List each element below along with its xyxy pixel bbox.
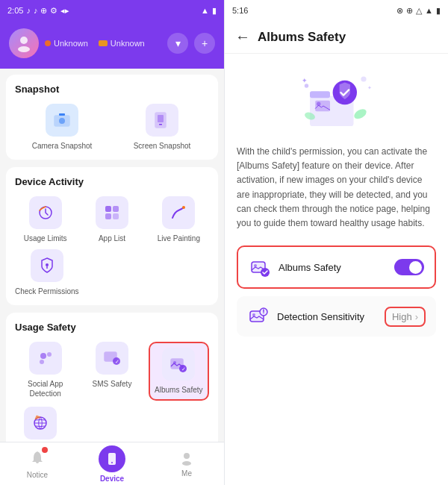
nav-me[interactable]: Me: [149, 446, 224, 482]
usage-limits-label: Usage Limits: [24, 234, 67, 243]
svg-rect-12: [113, 213, 119, 219]
wifi-icon: ▲: [201, 6, 209, 15]
detection-sensitivity-left: Detection Sensitivity: [247, 305, 364, 328]
wifi-icon-r: ▲: [425, 6, 433, 15]
app-list-icon: [96, 196, 128, 229]
device-icon: [99, 445, 125, 472]
check-permissions-icon: [31, 249, 63, 282]
svg-rect-36: [310, 91, 330, 98]
device-nav-label: Device: [100, 475, 124, 483]
screen-snapshot-icon-box: [146, 104, 178, 137]
me-nav-label: Me: [181, 469, 192, 478]
device-label-2: Unknown: [111, 39, 145, 48]
usage-limits-icon: [29, 196, 62, 229]
browser-safety-row: Browser Safety: [15, 407, 209, 442]
usage-safety-grid: Social App Detection ✓ SMS Safety: [15, 342, 209, 401]
check-permissions-item[interactable]: Check Permissions: [15, 249, 79, 296]
app-list-item[interactable]: App List: [81, 196, 142, 243]
back-button[interactable]: ←: [235, 28, 250, 46]
header-info: Unknown Unknown: [45, 39, 167, 48]
svg-point-29: [111, 462, 113, 463]
svg-point-13: [182, 206, 185, 209]
illustration: ✦ ✦: [237, 66, 436, 133]
albums-safety-setting[interactable]: Albums Safety: [237, 245, 436, 289]
usage-limits-item[interactable]: Usage Limits: [15, 196, 75, 243]
screen-snapshot-item[interactable]: Screen Snapshot: [115, 104, 209, 151]
right-status-bar: 5:16 ⊗ ⊕ △ ▲ ▮: [225, 0, 448, 21]
check-permissions-label: Check Permissions: [15, 287, 79, 296]
device-badge-2: Unknown: [99, 39, 145, 48]
right-content: ✦ ✦ With the child's permission, you can…: [225, 54, 448, 485]
svg-point-30: [184, 453, 190, 459]
check-permissions-row: Check Permissions: [15, 249, 209, 296]
social-app-icon: [29, 342, 62, 375]
status-right-icons: ▲ ▮: [201, 6, 217, 16]
device-activity-section: Device Activity Usage Limits: [6, 167, 218, 305]
detection-sensitivity-name: Detection Sensitivity: [277, 311, 364, 322]
device-activity-grid: Usage Limits App List: [15, 196, 209, 243]
page-title: Albums Safety: [258, 30, 346, 45]
status-dot-orange: [45, 40, 51, 46]
live-painting-label: Live Painting: [158, 234, 200, 243]
svg-point-0: [20, 37, 28, 44]
status-time: 2:05: [7, 6, 23, 15]
nav-notice[interactable]: Notice: [0, 445, 75, 484]
status-dot-yellow: [99, 40, 108, 46]
left-content: Snapshot Camera Snapshot: [0, 69, 224, 442]
svg-rect-10: [113, 206, 119, 212]
left-panel: 2:05 ♪ ♪ ⊕ ⚙ ◂▸ ▲ ▮ Unknown Unk: [0, 0, 224, 485]
sensitivity-value-box[interactable]: High ›: [385, 307, 426, 327]
nav-device[interactable]: Device: [75, 441, 149, 486]
tiktok-icon: ♪: [26, 6, 31, 15]
camera-snapshot-icon-box: [46, 104, 78, 137]
camera-snapshot-item[interactable]: Camera Snapshot: [15, 104, 109, 151]
chevron-icon: ›: [415, 311, 418, 322]
svg-point-40: [352, 107, 368, 121]
svg-text:✦: ✦: [367, 84, 371, 91]
albums-safety-item[interactable]: ✓ Albums Safety: [149, 342, 209, 401]
detection-sensitivity-setting[interactable]: Detection Sensitivity High ›: [237, 296, 436, 337]
usage-safety-section: Usage Safety Social App Detection: [6, 313, 218, 442]
albums-safety-setting-name: Albums Safety: [279, 262, 341, 273]
albums-safety-label: Albums Safety: [155, 385, 202, 395]
right-status-icons: ⊗ ⊕ △ ▲ ▮: [396, 6, 441, 16]
svg-text:✦: ✦: [302, 77, 308, 84]
svg-rect-6: [158, 115, 164, 122]
notice-nav-label: Notice: [27, 471, 48, 479]
device-activity-title: Device Activity: [15, 176, 209, 187]
browser-safety-item[interactable]: Browser Safety: [15, 407, 66, 442]
camera-snapshot-label: Camera Snapshot: [32, 141, 93, 151]
left-status-bar: 2:05 ♪ ♪ ⊕ ⚙ ◂▸ ▲ ▮: [0, 0, 224, 21]
svg-text:✓: ✓: [181, 366, 186, 372]
sms-safety-item[interactable]: ✓ SMS Safety: [81, 342, 142, 401]
svg-point-16: [40, 353, 46, 359]
avatar: [9, 28, 39, 58]
svg-point-31: [182, 461, 191, 466]
live-painting-item[interactable]: Live Painting: [149, 196, 209, 243]
alert-icon: △: [416, 6, 422, 16]
add-button[interactable]: +: [194, 33, 215, 54]
svg-rect-4: [59, 113, 65, 116]
svg-point-51: [263, 313, 264, 313]
notice-badge: [42, 447, 48, 453]
notice-icon-wrap: [29, 449, 46, 469]
svg-text:✓: ✓: [115, 359, 119, 364]
usage-safety-title: Usage Safety: [15, 322, 209, 333]
device-badge-1: Unknown: [45, 39, 88, 48]
snapshot-section: Snapshot Camera Snapshot: [6, 75, 218, 160]
svg-point-14: [46, 263, 49, 266]
live-painting-icon: [162, 196, 195, 229]
app-list-label: App List: [99, 234, 125, 243]
right-status-time: 5:16: [232, 6, 248, 15]
albums-safety-toggle[interactable]: [394, 259, 424, 275]
svg-point-32: [304, 84, 308, 87]
dropdown-button[interactable]: ▾: [167, 33, 188, 54]
right-panel: 5:16 ⊗ ⊕ △ ▲ ▮ ← Albums Safety: [224, 0, 448, 485]
sensitivity-value: High: [392, 311, 412, 322]
svg-point-17: [47, 352, 52, 357]
albums-safety-setting-left: Albums Safety: [249, 256, 341, 278]
arrows-icon: ◂▸: [60, 6, 69, 16]
location-icon-r: ⊕: [406, 6, 413, 16]
social-app-item[interactable]: Social App Detection: [15, 342, 75, 401]
description-text: With the child's permission, you can act…: [237, 145, 436, 231]
